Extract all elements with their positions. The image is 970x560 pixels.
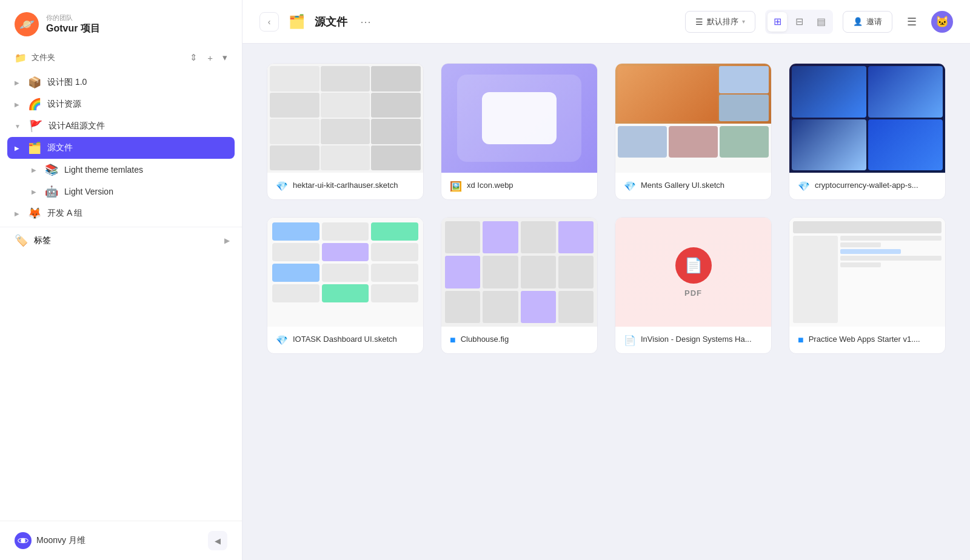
chevron-right-icon: ▶ [15, 210, 19, 217]
file-card-ments[interactable]: 💎 Ments Gallery UI.sketch [615, 63, 772, 200]
sidebar-header: 🪐 你的团队 Gotvur 项目 [0, 0, 242, 46]
file-card-invision[interactable]: 📄 PDF 📄 InVision - Design Systems Ha... [615, 217, 772, 354]
topbar: ‹ 🗂️ 源文件 ⋯ ☰ 默认排序 ▾ ⊞ ⊟ ▤ 👤 邀请 [242, 0, 970, 44]
chevron-right-icon: ▶ [15, 145, 19, 152]
sidebar-item-design1[interactable]: ▶ 📦 设计图 1.0 [0, 72, 242, 93]
team-info: 你的团队 Gotvur 项目 [46, 13, 100, 35]
view-toggle: ⊞ ⊟ ▤ [765, 10, 833, 34]
sidebar-item-source[interactable]: ▶ 🗂️ 源文件 [7, 137, 235, 159]
file-card-web[interactable]: ■ Practice Web Apps Starter v1.... [789, 217, 946, 354]
file-thumb-crypto [789, 64, 945, 173]
sketch-type-icon4: 💎 [276, 335, 288, 346]
pdf-type-icon: 📄 [624, 335, 636, 346]
design1-label: 设计图 1.0 [47, 77, 230, 88]
chevron-right-icon: ▶ [224, 236, 230, 245]
file-name-crypto: cryptocurrency-wallet-app-s... [815, 180, 918, 191]
sidebar-item-tags[interactable]: 🏷️ 标签 ▶ [0, 230, 242, 252]
tags-label: 标签 [34, 235, 218, 246]
sidebar: 🪐 你的团队 Gotvur 项目 📁 文件夹 ⇕ + ▾ ▶ 📦 设计图 1.0… [0, 0, 242, 560]
add-folder-btn[interactable]: + [205, 51, 215, 64]
chevron-right-icon: ▶ [32, 188, 36, 195]
file-name-hektar: hektar-ui-kit-carlhauser.sketch [293, 180, 398, 191]
sidebar-collapse-btn[interactable]: ◀ [208, 531, 227, 550]
web-thumbnail [789, 218, 945, 327]
sketch-type-icon3: 💎 [798, 181, 810, 192]
topbar-folder-icon: 🗂️ [289, 14, 305, 30]
sketch-thumbnail [267, 64, 423, 173]
file-info-hektar: 💎 hektar-ui-kit-carlhauser.sketch [267, 173, 423, 199]
design-res-icon: 🌈 [28, 99, 41, 110]
file-info-clubhouse: ■ Clubhouse.fig [441, 327, 597, 353]
file-card-clubhouse[interactable]: ■ Clubhouse.fig [441, 217, 598, 354]
files-content: 💎 hektar-ui-kit-carlhauser.sketch 🖼️ xd … [242, 44, 970, 560]
invite-label: 邀请 [866, 16, 882, 27]
source-icon: 🗂️ [28, 142, 41, 153]
sidebar-item-light-theme[interactable]: ▶ 📚 Light theme temlates [0, 159, 242, 181]
sidebar-item-design-a[interactable]: ▼ 🚩 设计A组源文件 [0, 115, 242, 137]
file-thumb-clubhouse [441, 218, 597, 327]
detail-icon: ▤ [817, 16, 826, 27]
folder-section-title: 文件夹 [32, 52, 182, 63]
file-card-iotask[interactable]: 💎 IOTASK Dashboard UI.sketch [267, 217, 424, 354]
file-card-xd[interactable]: 🖼️ xd Icon.webp [441, 63, 598, 200]
list-view-btn[interactable]: ⊟ [789, 12, 809, 32]
menu-list-btn[interactable]: ☰ [902, 12, 921, 32]
collapse-all-btn[interactable]: ⇕ [187, 51, 200, 64]
folder-more-btn[interactable]: ▾ [220, 51, 230, 64]
light-version-icon: 🤖 [45, 186, 58, 197]
folder-section: 📁 文件夹 ⇕ + ▾ [0, 46, 242, 69]
back-button[interactable]: ‹ [259, 12, 279, 32]
file-name-iotask: IOTASK Dashboard UI.sketch [293, 334, 397, 345]
chevron-right-icon: ▶ [15, 79, 19, 86]
file-info-xd: 🖼️ xd Icon.webp [441, 173, 597, 199]
detail-view-btn[interactable]: ▤ [811, 12, 831, 32]
user-avatar[interactable]: 🐱 [931, 11, 953, 33]
pdf-icon: 📄 [675, 247, 712, 284]
folder-actions: ⇕ + ▾ [187, 51, 230, 64]
brand-name: Moonvy 月维 [36, 535, 85, 546]
file-thumb-xd [441, 64, 597, 173]
file-card-crypto[interactable]: 💎 cryptocurrency-wallet-app-s... [789, 63, 946, 200]
file-thumb-invision: 📄 PDF [615, 218, 771, 327]
table-icon: ⊟ [795, 16, 803, 27]
file-thumb-web [789, 218, 945, 327]
light-theme-label: Light theme temlates [64, 165, 230, 175]
file-name-clubhouse: Clubhouse.fig [461, 334, 509, 345]
file-name-xd: xd Icon.webp [467, 180, 513, 191]
team-label: 你的团队 [46, 13, 100, 22]
source-label: 源文件 [47, 142, 227, 153]
pdf-label: PDF [684, 288, 702, 298]
dark-thumbnail [789, 64, 945, 173]
sidebar-item-dev-a[interactable]: ▶ 🦊 开发 A 组 [0, 202, 242, 224]
file-thumb-ments [615, 64, 771, 173]
sidebar-nav: ▶ 📦 设计图 1.0 ▶ 🌈 设计资源 ▼ 🚩 设计A组源文件 ▶ 🗂️ 源文… [0, 69, 242, 521]
dev-a-label: 开发 A 组 [47, 208, 230, 219]
webp-type-icon: 🖼️ [450, 181, 462, 192]
pdf-symbol: 📄 [684, 257, 703, 274]
sketch-type-icon2: 💎 [624, 181, 636, 192]
fig-type-icon2: ■ [798, 335, 804, 345]
file-card-hektar[interactable]: 💎 hektar-ui-kit-carlhauser.sketch [267, 63, 424, 200]
file-name-ments: Ments Gallery UI.sketch [641, 180, 724, 191]
nav-divider [0, 227, 242, 227]
file-info-ments: 💎 Ments Gallery UI.sketch [615, 173, 771, 199]
sidebar-item-design-res[interactable]: ▶ 🌈 设计资源 [0, 93, 242, 115]
sort-icon: ☰ [695, 17, 703, 27]
fig-type-icon: ■ [450, 335, 456, 345]
brand-logo: Moonvy 月维 [15, 532, 85, 549]
sidebar-item-light-version[interactable]: ▶ 🤖 Light Version [0, 181, 242, 202]
main-content: ‹ 🗂️ 源文件 ⋯ ☰ 默认排序 ▾ ⊞ ⊟ ▤ 👤 邀请 [242, 0, 970, 560]
sort-button[interactable]: ☰ 默认排序 ▾ [685, 11, 755, 33]
file-thumb-hektar [267, 64, 423, 173]
invite-button[interactable]: 👤 邀请 [843, 11, 892, 33]
sidebar-footer: Moonvy 月维 ◀ [0, 521, 242, 560]
file-info-invision: 📄 InVision - Design Systems Ha... [615, 327, 771, 353]
grid-icon: ⊞ [774, 16, 781, 27]
moonvy-logo [15, 532, 32, 549]
grid-view-btn[interactable]: ⊞ [768, 12, 787, 32]
file-info-iotask: 💎 IOTASK Dashboard UI.sketch [267, 327, 423, 353]
chevron-right-icon: ▶ [32, 167, 36, 173]
design-a-label: 设计A组源文件 [48, 121, 230, 132]
more-options-btn[interactable]: ⋯ [357, 13, 374, 30]
design-res-label: 设计资源 [47, 99, 230, 110]
